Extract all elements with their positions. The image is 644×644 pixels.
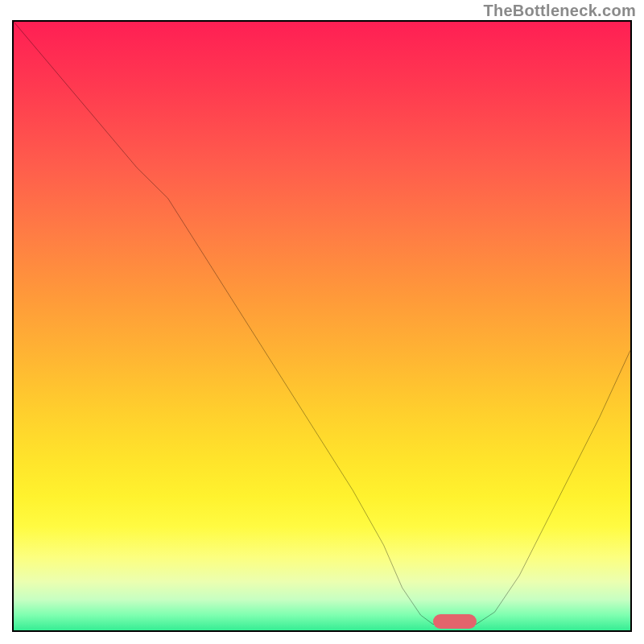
watermark-text: TheBottleneck.com <box>483 2 636 20</box>
curve-path <box>14 22 630 624</box>
chart-frame <box>12 20 632 632</box>
bottleneck-curve <box>14 22 630 630</box>
optimal-marker <box>433 614 477 629</box>
